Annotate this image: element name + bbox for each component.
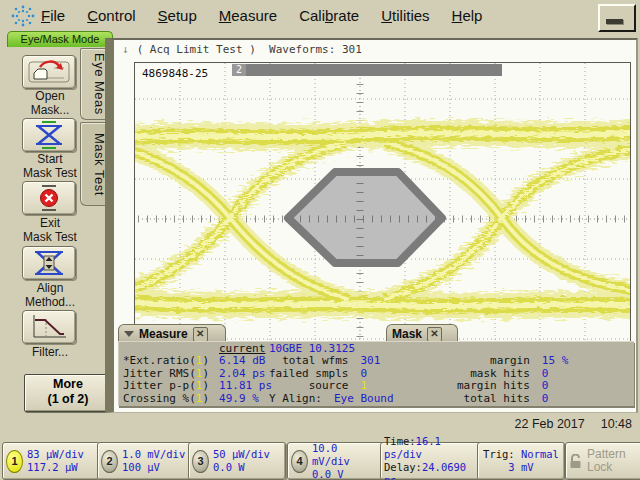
- channel-offset: 0.0 V: [312, 468, 381, 480]
- measure-row: Crossing %(1)49.9 %: [123, 393, 272, 406]
- channel-offset: 117.2 µW: [27, 461, 84, 474]
- trigger-button[interactable]: Trig: Normal 3 mV: [477, 442, 565, 480]
- menu-setup[interactable]: Setup: [147, 5, 208, 26]
- chevron-down-icon: [124, 331, 134, 337]
- minimize-icon: [606, 19, 623, 24]
- menu-help[interactable]: Help: [441, 5, 494, 26]
- menu-bar: FileControlSetupMeasureCalibrateUtilitie…: [0, 0, 640, 31]
- start-mask-test-icon: [29, 121, 69, 149]
- menu-measure[interactable]: Measure: [208, 5, 288, 26]
- channel-1-badge: 1: [6, 450, 23, 473]
- menu-bar-items: FileControlSetupMeasureCalibrateUtilitie…: [30, 5, 493, 26]
- menu-file[interactable]: File: [30, 5, 76, 26]
- mask-results-col2: margin15 % mask hits0margin hits0 total …: [457, 355, 568, 405]
- delay-label: Delay:: [384, 461, 422, 473]
- trig-mode: Normal: [521, 448, 559, 460]
- waveform-serial: 4869848-25: [142, 67, 208, 80]
- channel-3-button[interactable]: 350 µW/div0.0 W: [188, 442, 286, 480]
- channel-4-badge: 4: [291, 450, 308, 473]
- results-panel: current *Ext.ratio(1)6.14 dBJitter RMS(1…: [118, 341, 634, 406]
- filter-label: Filter...: [0, 345, 100, 359]
- mask-results-col1: total wfms301failed smpls0 source1Y Alig…: [269, 355, 394, 405]
- date-label: 22 Feb 2017: [515, 417, 585, 431]
- channel-scale: 1.0 mV/div: [122, 448, 185, 461]
- channel-offset: 100 µV: [122, 461, 185, 474]
- channel-2-badge: 2: [101, 450, 118, 473]
- acq-limit-status: ( Acq Limit Test ): [137, 43, 256, 56]
- minimize-button[interactable]: [598, 4, 636, 32]
- align-method-icon: [29, 249, 69, 277]
- scope-display: ↓( Acq Limit Test ) Waveforms: 301: [105, 38, 638, 413]
- start-mask-test-button[interactable]: [22, 118, 76, 152]
- close-icon[interactable]: ✕: [193, 327, 208, 342]
- pattern-lock-line2: Lock: [587, 461, 626, 474]
- menu-calibrate[interactable]: Calibrate: [288, 5, 370, 26]
- acq-status-line: ↓( Acq Limit Test ) Waveforms: 301: [122, 43, 362, 56]
- datetime: 22 Feb 2017 10:48: [515, 417, 632, 431]
- time-label: 10:48: [601, 417, 632, 431]
- mask-row: source1: [269, 380, 394, 393]
- mask-panel-title: Mask: [392, 327, 422, 341]
- channel-scale: 10.0 mV/div: [312, 442, 381, 468]
- filter-button[interactable]: [22, 310, 76, 344]
- filter-icon: [29, 313, 69, 341]
- channel-2-bar-label: 2: [232, 64, 246, 76]
- mask-row: margin15 %: [457, 355, 568, 368]
- mask-row: total wfms301: [269, 355, 394, 368]
- time-label: Time:: [384, 435, 416, 447]
- timebase-button[interactable]: Time:16.1 ps/div Delay:24.0690 ns: [380, 442, 482, 480]
- tab-mask-test[interactable]: Mask Test: [80, 122, 107, 206]
- exit-mask-test-icon: [29, 184, 69, 212]
- mask-row: Y Align:Eye Bound: [269, 393, 394, 406]
- channel-3-badge: 3: [192, 450, 209, 473]
- channel-scale: 50 µW/div: [213, 448, 270, 461]
- channel-2-memory-bar: 2: [232, 64, 502, 76]
- mask-row: total hits0: [457, 393, 568, 406]
- measure-panel-title: Measure: [139, 327, 188, 341]
- mask-row: margin hits0: [457, 380, 568, 393]
- open-mask-icon: [28, 59, 70, 85]
- trig-label: Trig:: [483, 448, 515, 460]
- channel-offset: 0.0 W: [213, 461, 270, 474]
- mode-tab: Eye/Mask Mode: [7, 31, 113, 47]
- channel-1-button[interactable]: 183 µW/div117.2 µW: [2, 442, 100, 480]
- tab-eye-meas[interactable]: Eye Meas: [80, 48, 107, 120]
- channel-2-button[interactable]: 21.0 mV/div100 µV: [97, 442, 195, 480]
- menu-control[interactable]: Control: [76, 5, 146, 26]
- align-method-button[interactable]: [22, 246, 76, 280]
- channel-scale: 83 µW/div: [27, 448, 84, 461]
- pattern-lock-button[interactable]: Pattern Lock: [565, 442, 640, 480]
- lock-icon: [569, 454, 582, 469]
- channel-4-button[interactable]: 410.0 mV/div0.0 V: [287, 442, 385, 480]
- align-method-label: AlignMethod...: [0, 281, 100, 309]
- close-icon[interactable]: ✕: [427, 327, 442, 342]
- measure-results: *Ext.ratio(1)6.14 dBJitter RMS(1)2.04 ps…: [123, 355, 272, 405]
- exit-mask-test-label: ExitMask Test: [0, 216, 100, 244]
- trig-level: 3 mV: [483, 461, 559, 474]
- open-mask-button[interactable]: [22, 55, 76, 89]
- exit-mask-test-button[interactable]: [22, 181, 76, 215]
- download-arrow-icon: ↓: [122, 43, 129, 56]
- menu-utilities[interactable]: Utilities: [370, 5, 440, 26]
- waveform-count: Waveforms: 301: [269, 43, 362, 56]
- more-button[interactable]: More(1 of 2): [24, 374, 112, 412]
- mask-polygon: [288, 172, 442, 263]
